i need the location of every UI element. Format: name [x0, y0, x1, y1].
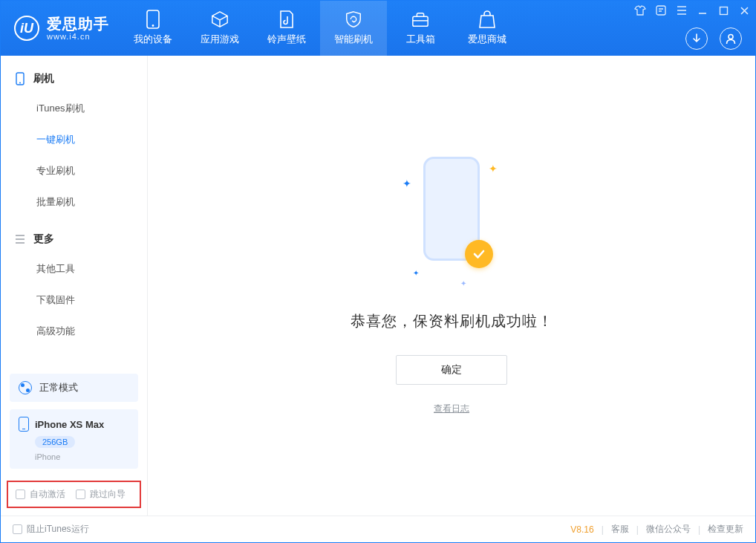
device-card[interactable]: iPhone XS Max 256GB iPhone — [10, 409, 138, 469]
main-panel: ✦ ✦ ✦ ✦ 恭喜您，保资料刷机成功啦！ 确定 查看日志 — [148, 56, 755, 516]
device-storage: 256GB — [35, 436, 75, 448]
maximize-icon[interactable] — [717, 4, 730, 17]
view-log-link[interactable]: 查看日志 — [434, 403, 469, 415]
sparkle-icon: ✦ — [460, 279, 466, 287]
tab-label: 智能刷机 — [334, 33, 373, 46]
sidebar-item-itunes-flash[interactable]: iTunes刷机 — [1, 93, 147, 124]
logo-icon: iU — [14, 16, 39, 41]
svg-rect-6 — [720, 7, 727, 14]
success-illustration: ✦ ✦ ✦ ✦ — [407, 157, 496, 276]
checkbox-icon — [16, 490, 25, 499]
check-badge-icon — [465, 240, 493, 268]
sidebar-cards: 正常模式 iPhone XS Max 256GB iPhone — [1, 366, 147, 478]
sidebar: 刷机 iTunes刷机 一键刷机 专业刷机 批量刷机 更多 其他工具 下载固件 … — [1, 56, 148, 516]
statusbar-right: V8.16 | 客服 | 微信公众号 | 检查更新 — [570, 523, 743, 536]
svg-point-9 — [19, 82, 21, 84]
support-link[interactable]: 客服 — [611, 523, 629, 536]
shield-sync-icon — [345, 10, 362, 28]
separator: | — [602, 524, 604, 535]
phone-outline-icon — [14, 73, 26, 85]
version-label: V8.16 — [570, 524, 593, 535]
sidebar-item-oneclick-flash[interactable]: 一键刷机 — [1, 124, 147, 155]
mode-card[interactable]: 正常模式 — [10, 374, 138, 402]
checkbox-block-itunes[interactable]: 阻止iTunes运行 — [13, 523, 89, 536]
feedback-icon[interactable] — [654, 4, 668, 17]
tab-label: 我的设备 — [134, 33, 172, 46]
separator: | — [636, 524, 639, 535]
sidebar-group-flash: 刷机 — [1, 65, 147, 93]
tab-label: 应用游戏 — [201, 33, 239, 46]
download-button[interactable] — [685, 27, 708, 50]
ok-button[interactable]: 确定 — [396, 355, 507, 385]
tab-label: 铃声壁纸 — [267, 33, 306, 46]
close-icon[interactable] — [737, 4, 751, 17]
tab-smart-flash[interactable]: 智能刷机 — [320, 1, 387, 56]
account-button[interactable] — [720, 27, 742, 50]
tab-toolbox[interactable]: 工具箱 — [387, 1, 454, 56]
sidebar-group-label: 更多 — [33, 233, 54, 246]
check-update-link[interactable]: 检查更新 — [708, 523, 743, 536]
top-tabs: 我的设备 应用游戏 铃声壁纸 智能刷机 — [120, 1, 521, 56]
svg-rect-4 — [656, 6, 665, 15]
statusbar: 阻止iTunes运行 V8.16 | 客服 | 微信公众号 | 检查更新 — [1, 516, 755, 542]
sparkle-icon: ✦ — [489, 163, 498, 175]
tab-my-device[interactable]: 我的设备 — [120, 1, 186, 56]
sidebar-item-batch-flash[interactable]: 批量刷机 — [1, 186, 147, 218]
titlebar: iU 爱思助手 www.i4.cn 我的设备 应用游戏 — [1, 1, 755, 56]
checkbox-icon — [13, 524, 22, 534]
tab-label: 工具箱 — [406, 33, 435, 46]
tab-label: 爱思商城 — [468, 33, 506, 46]
sparkle-icon: ✦ — [403, 178, 411, 189]
tab-apps-games[interactable]: 应用游戏 — [186, 1, 253, 56]
checkbox-icon — [76, 490, 85, 499]
app-name: 爱思助手 — [47, 16, 109, 32]
wechat-link[interactable]: 微信公众号 — [646, 523, 691, 536]
checkbox-auto-activate[interactable]: 自动激活 — [16, 488, 65, 501]
svg-point-1 — [152, 25, 154, 27]
mode-icon — [19, 381, 32, 394]
toolbox-icon — [411, 10, 429, 28]
options-highlight-box: 自动激活 跳过向导 — [7, 481, 141, 508]
sidebar-group-label: 刷机 — [33, 72, 54, 85]
minimize-icon[interactable] — [696, 4, 709, 17]
checkbox-skip-wizard[interactable]: 跳过向导 — [76, 488, 126, 501]
sidebar-item-advanced[interactable]: 高级功能 — [1, 316, 147, 347]
device-type: iPhone — [35, 452, 129, 461]
sidebar-group-more: 更多 — [1, 225, 147, 253]
body: 刷机 iTunes刷机 一键刷机 专业刷机 批量刷机 更多 其他工具 下载固件 … — [1, 56, 755, 516]
cube-icon — [211, 10, 229, 28]
checkbox-label: 阻止iTunes运行 — [27, 523, 89, 536]
list-icon — [14, 233, 26, 245]
app-window: iU 爱思助手 www.i4.cn 我的设备 应用游戏 — [0, 0, 756, 543]
statusbar-left: 阻止iTunes运行 — [13, 523, 89, 536]
separator: | — [698, 524, 700, 535]
checkbox-label: 跳过向导 — [90, 488, 126, 501]
tab-mall[interactable]: 爱思商城 — [454, 1, 521, 56]
tab-ringtones-wallpapers[interactable]: 铃声壁纸 — [253, 1, 320, 56]
app-domain: www.i4.cn — [47, 32, 109, 41]
sidebar-item-other-tools[interactable]: 其他工具 — [1, 253, 147, 284]
sparkle-icon: ✦ — [413, 269, 419, 277]
menu-icon[interactable] — [675, 4, 688, 17]
success-message: 恭喜您，保资料刷机成功啦！ — [351, 311, 553, 331]
svg-point-7 — [729, 35, 733, 39]
sidebar-scroll: 刷机 iTunes刷机 一键刷机 专业刷机 批量刷机 更多 其他工具 下载固件 … — [1, 56, 147, 366]
device-name-row: iPhone XS Max — [19, 417, 129, 432]
tshirt-icon[interactable] — [633, 4, 647, 17]
logo-area: iU 爱思助手 www.i4.cn — [1, 1, 120, 56]
device-name: iPhone XS Max — [35, 419, 104, 430]
sidebar-item-pro-flash[interactable]: 专业刷机 — [1, 155, 147, 186]
sidebar-item-download-firmware[interactable]: 下载固件 — [1, 284, 147, 316]
checkbox-label: 自动激活 — [30, 488, 65, 501]
phone-icon — [144, 10, 162, 28]
shopping-bag-icon — [478, 10, 496, 28]
device-phone-icon — [19, 417, 29, 432]
logo-text: 爱思助手 www.i4.cn — [47, 16, 109, 41]
mode-label: 正常模式 — [39, 381, 78, 394]
music-file-icon — [278, 10, 296, 28]
titlebar-actions — [685, 27, 742, 50]
svg-rect-2 — [413, 16, 428, 26]
window-controls — [633, 4, 751, 17]
